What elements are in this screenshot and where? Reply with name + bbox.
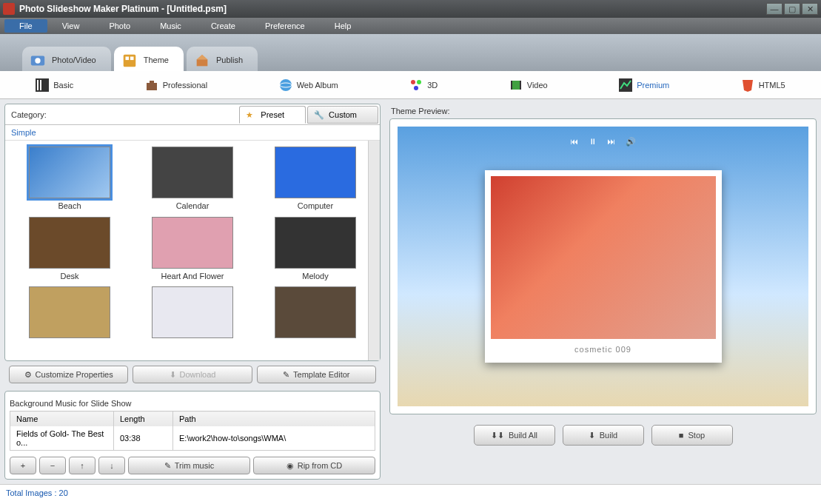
move-down-button[interactable]: ↓ — [98, 457, 125, 474]
menu-create[interactable]: Create — [196, 19, 250, 33]
svg-point-15 — [414, 86, 418, 90]
svg-rect-10 — [150, 81, 154, 84]
tab-label: Theme — [144, 56, 169, 64]
move-up-button[interactable]: ↑ — [69, 457, 95, 474]
svg-rect-3 — [125, 57, 129, 61]
music-table: Name Length Path Fields of Gold- The Bes… — [10, 411, 375, 451]
theme-item-calendar[interactable]: Calendar — [134, 147, 251, 211]
svg-rect-4 — [130, 57, 134, 61]
add-music-button[interactable]: + — [10, 457, 36, 474]
stop-button[interactable]: ■Stop — [651, 425, 733, 446]
preview-stage: ⏮ ⏸ ⏭ 🔊 cosmetic 009 — [398, 127, 808, 406]
next-icon[interactable]: ⏭ — [607, 137, 615, 147]
download-button[interactable]: ⬇Download — [133, 366, 252, 383]
menu-file[interactable]: File — [4, 19, 47, 33]
menu-photo[interactable]: Photo — [94, 19, 145, 33]
plus-icon: + — [21, 461, 25, 470]
pencil-icon: ✎ — [164, 461, 171, 471]
preview-caption: cosmetic 009 — [491, 339, 716, 354]
svg-point-13 — [411, 80, 415, 84]
svg-point-14 — [417, 80, 421, 84]
remove-music-button[interactable]: − — [39, 457, 66, 474]
maximize-button[interactable]: ▢ — [784, 3, 800, 15]
prev-icon[interactable]: ⏮ — [570, 137, 578, 147]
theme-item[interactable] — [134, 286, 251, 342]
template-editor-button[interactable]: ✎Template Editor — [257, 366, 376, 383]
publish-icon — [194, 53, 210, 69]
subtool-video[interactable]: Video — [503, 75, 554, 95]
double-arrow-down-icon: ⬇⬇ — [491, 431, 504, 440]
svg-rect-2 — [124, 55, 136, 67]
svg-rect-9 — [147, 83, 157, 90]
table-header-row: Name Length Path — [10, 411, 375, 427]
theme-item-desk[interactable]: Desk — [11, 217, 128, 281]
menu-preference[interactable]: Preference — [250, 19, 320, 33]
music-header: Background Music for Slide Show — [10, 396, 375, 411]
menu-help[interactable]: Help — [320, 19, 366, 33]
theme-item-melody[interactable]: Melody — [257, 217, 374, 281]
preview-photo: cosmetic 009 — [485, 170, 722, 363]
category-label: Category: — [5, 110, 53, 119]
theme-item-beach[interactable]: Beach — [11, 147, 128, 211]
tab-preset[interactable]: ★Preset — [239, 106, 306, 124]
build-all-button[interactable]: ⬇⬇Build All — [474, 425, 555, 446]
status-text: Total Images : 20 — [6, 488, 68, 497]
arrow-down-icon: ⬇ — [589, 431, 595, 440]
tab-custom[interactable]: 🔧Custom — [307, 106, 378, 124]
subtool-webalbum[interactable]: Web Album — [273, 75, 344, 95]
svg-rect-16 — [511, 81, 521, 90]
tab-theme[interactable]: Theme — [114, 47, 184, 71]
pause-icon[interactable]: ⏸ — [589, 137, 597, 147]
svg-point-11 — [280, 79, 292, 91]
video-icon — [509, 78, 523, 92]
svg-rect-8 — [40, 80, 41, 90]
pencil-icon: ✎ — [283, 370, 289, 380]
tab-photo-video[interactable]: Photo/Video — [22, 47, 111, 71]
menu-music[interactable]: Music — [145, 19, 196, 33]
subtool-3d[interactable]: 3D — [403, 75, 443, 95]
3d-icon — [409, 78, 423, 92]
minus-icon: − — [50, 461, 55, 470]
theme-item-computer[interactable]: Computer — [257, 147, 374, 211]
svg-rect-18 — [520, 81, 521, 90]
premium-icon — [619, 78, 632, 92]
photo-video-icon — [30, 53, 46, 69]
star-icon: ★ — [246, 110, 253, 120]
subtool-premium[interactable]: Premium — [613, 75, 675, 95]
tab-label: Publish — [216, 56, 243, 64]
subtool-professional[interactable]: Professional — [139, 75, 214, 95]
theme-item-heart[interactable]: Heart And Flower — [134, 217, 251, 281]
volume-icon[interactable]: 🔊 — [626, 137, 636, 147]
disc-icon: ◉ — [286, 461, 294, 471]
gear-icon: ⚙ — [24, 370, 32, 380]
window-title: Photo Slideshow Maker Platinum - [Untitl… — [19, 4, 765, 14]
stop-icon: ■ — [679, 431, 684, 440]
rip-cd-button[interactable]: ◉Rip from CD — [253, 457, 375, 474]
col-length[interactable]: Length — [114, 411, 173, 427]
tab-label: Photo/Video — [52, 56, 96, 64]
svg-point-1 — [35, 58, 40, 63]
minimize-button[interactable]: — — [766, 3, 783, 15]
menu-view[interactable]: View — [47, 19, 95, 33]
col-name[interactable]: Name — [10, 411, 114, 427]
customize-properties-button[interactable]: ⚙Customize Properties — [9, 366, 128, 383]
build-button[interactable]: ⬇Build — [563, 425, 644, 446]
subtool-html5[interactable]: HTML5 — [735, 75, 791, 95]
theme-item[interactable] — [257, 286, 374, 342]
svg-rect-5 — [197, 59, 208, 66]
table-row[interactable]: Fields of Gold- The Best o... 03:38 E:\w… — [10, 426, 375, 451]
arrow-down-icon: ↓ — [110, 461, 114, 470]
theme-item[interactable] — [11, 286, 128, 342]
col-path[interactable]: Path — [173, 411, 375, 427]
preview-header: Theme Preview: — [389, 104, 817, 118]
arrow-up-icon: ↑ — [80, 461, 84, 470]
close-button[interactable]: ✕ — [802, 3, 818, 15]
trim-music-button[interactable]: ✎Trim music — [128, 457, 250, 474]
scrollbar[interactable] — [368, 141, 380, 360]
tab-publish[interactable]: Publish — [187, 47, 258, 71]
subtool-basic[interactable]: Basic — [30, 75, 79, 95]
theme-icon — [121, 53, 138, 69]
wrench-icon: 🔧 — [314, 110, 324, 120]
category-group[interactable]: Simple — [5, 125, 380, 141]
professional-icon — [145, 78, 158, 92]
